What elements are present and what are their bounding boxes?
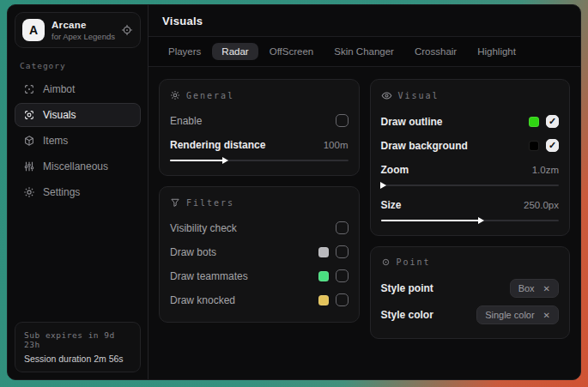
filters-card-header: Filters [170, 197, 349, 208]
visual-card-header: Visual [381, 90, 560, 101]
zoom-row: Zoom 1.0zm [381, 159, 560, 180]
style-point-label: Style point [381, 282, 503, 294]
filters-card-title: Filters [186, 198, 234, 208]
settings-content: General Enable Rendering distance 100m [149, 67, 580, 351]
sidebar-item-label: Settings [43, 186, 80, 198]
sidebar-nav: Aimbot Visuals Items [15, 77, 141, 204]
tab-highlight[interactable]: Highlight [468, 43, 525, 60]
sidebar-item-label: Items [43, 135, 68, 147]
app-subtitle: for Apex Legends [52, 32, 114, 41]
style-color-select[interactable]: Single color ✕ [476, 305, 559, 324]
draw-bots-label: Draw bots [170, 246, 312, 258]
style-point-select[interactable]: Box ✕ [510, 279, 559, 298]
style-point-row: Style point Box ✕ [381, 276, 560, 300]
app-logo: A [22, 19, 45, 41]
sidebar-item-label: Miscellaneous [43, 160, 108, 172]
close-icon[interactable]: ✕ [543, 311, 550, 320]
draw-bots-row: Draw bots [170, 241, 349, 263]
point-icon [381, 257, 391, 267]
gear-icon [23, 186, 35, 198]
tab-crosshair[interactable]: Crosshair [405, 43, 466, 60]
visibility-check-label: Visibility check [170, 222, 329, 234]
tab-players[interactable]: Players [159, 43, 210, 60]
general-card-title: General [186, 91, 234, 100]
rendering-distance-slider[interactable] [170, 157, 349, 164]
slider-track [381, 184, 560, 186]
sidebar-item-items[interactable]: Items [15, 129, 141, 153]
eye-scan-icon [23, 109, 35, 121]
draw-knocked-label: Draw knocked [170, 294, 312, 306]
draw-background-checkbox[interactable] [546, 139, 559, 152]
point-card-header: Point [381, 257, 560, 267]
style-color-row: Style color Single color ✕ [381, 303, 560, 327]
draw-outline-label: Draw outline [381, 116, 523, 128]
sidebar-item-miscellaneous[interactable]: Miscellaneous [15, 154, 141, 178]
draw-knocked-row: Draw knocked [170, 289, 349, 311]
enable-row: Enable [170, 110, 349, 131]
point-card: Point Style point Box ✕ Style color Sing… [370, 246, 571, 339]
subscription-info: Sub expires in 9d 23h Session duration 2… [15, 322, 141, 372]
right-column: Visual Draw outline Draw background Zoom [370, 79, 571, 339]
visibility-check-checkbox[interactable] [336, 221, 349, 234]
gear-icon [170, 90, 180, 100]
left-column: General Enable Rendering distance 100m [159, 79, 360, 323]
main-header: Visuals [149, 5, 580, 37]
size-slider[interactable] [381, 217, 560, 224]
point-card-title: Point [397, 257, 431, 267]
visual-card-title: Visual [398, 91, 439, 100]
close-icon[interactable]: ✕ [543, 284, 550, 293]
main-panel: Visuals Players Radar OffScreen Skin Cha… [148, 5, 580, 379]
draw-outline-row: Draw outline [381, 111, 560, 132]
tab-skin-changer[interactable]: Skin Changer [324, 43, 403, 60]
enable-checkbox[interactable] [336, 114, 349, 127]
sidebar-item-visuals[interactable]: Visuals [15, 103, 141, 127]
draw-background-color-swatch[interactable] [529, 141, 539, 151]
size-row: Size 250.0px [381, 194, 560, 215]
sliders-icon [23, 160, 35, 172]
tab-radar[interactable]: Radar [212, 43, 258, 60]
slider-fill [170, 160, 223, 161]
category-label: Category [20, 61, 136, 70]
page-title: Visuals [162, 15, 567, 27]
tab-offscreen[interactable]: OffScreen [260, 43, 324, 60]
filters-card: Filters Visibility check Draw bots Draw … [159, 186, 360, 323]
draw-knocked-checkbox[interactable] [336, 293, 349, 306]
slider-fill [381, 220, 479, 221]
draw-bots-checkbox[interactable] [336, 245, 349, 258]
draw-knocked-color-swatch[interactable] [318, 295, 329, 305]
target-icon[interactable] [121, 24, 133, 36]
zoom-slider[interactable] [381, 182, 560, 189]
rendering-distance-value: 100m [324, 140, 349, 150]
draw-bots-color-swatch[interactable] [318, 247, 329, 257]
style-color-value: Single color [485, 310, 534, 320]
brand-card: A Arcane for Apex Legends [15, 12, 141, 48]
zoom-label: Zoom [381, 164, 525, 176]
draw-teammates-checkbox[interactable] [336, 269, 349, 282]
zoom-value: 1.0zm [532, 165, 559, 175]
size-label: Size [381, 199, 518, 211]
general-card-header: General [170, 90, 349, 100]
funnel-icon [170, 197, 180, 208]
box-icon [23, 135, 35, 147]
draw-background-label: Draw background [381, 140, 523, 152]
style-color-label: Style color [381, 309, 470, 321]
visual-card: Visual Draw outline Draw background Zoom [370, 79, 571, 236]
sidebar: A Arcane for Apex Legends Category [8, 5, 148, 379]
enable-label: Enable [170, 115, 329, 127]
sidebar-item-label: Visuals [43, 109, 76, 121]
sidebar-item-label: Aimbot [43, 83, 75, 95]
session-duration-text: Session duration 2m 56s [24, 354, 131, 364]
draw-teammates-row: Draw teammates [170, 265, 349, 287]
eye-icon [381, 90, 392, 101]
crosshair-icon [23, 83, 35, 95]
sidebar-item-settings[interactable]: Settings [15, 180, 141, 204]
draw-teammates-label: Draw teammates [170, 270, 312, 282]
size-value: 250.0px [524, 200, 559, 210]
draw-outline-color-swatch[interactable] [529, 117, 539, 127]
brand-text: Arcane for Apex Legends [52, 20, 114, 41]
sidebar-item-aimbot[interactable]: Aimbot [15, 77, 141, 101]
draw-outline-checkbox[interactable] [546, 115, 559, 128]
rendering-distance-row: Rendering distance 100m [170, 134, 349, 155]
draw-teammates-color-swatch[interactable] [318, 271, 329, 281]
visibility-check-row: Visibility check [170, 217, 349, 239]
